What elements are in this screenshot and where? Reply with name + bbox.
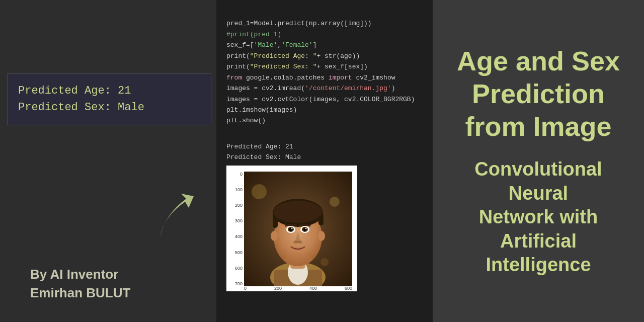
author-text: By AI Inventor Emirhan BULUT <box>30 265 130 302</box>
subtitle: Convolutional Neural Network with Artifi… <box>474 157 602 277</box>
prediction-box: Predicted Age: 21 Predicted Sex: Male <box>8 73 211 125</box>
arrow-icon <box>151 184 201 244</box>
svg-point-3 <box>320 258 329 266</box>
svg-point-24 <box>271 231 278 241</box>
svg-point-25 <box>318 231 325 241</box>
svg-point-2 <box>330 197 340 207</box>
svg-point-22 <box>297 240 302 244</box>
plot-x-axis: 0 200 400 600 <box>244 285 352 291</box>
prediction-age: Predicted Age: 21 <box>18 83 201 99</box>
svg-point-12 <box>274 201 322 223</box>
output-sex: Predicted Sex: Male <box>226 152 423 163</box>
plot-image-area <box>244 172 352 286</box>
output-section: Predicted Age: 21 Predicted Sex: Male <box>226 142 423 163</box>
svg-point-19 <box>291 227 293 229</box>
svg-point-20 <box>305 227 307 229</box>
main-title: Age and Sex Prediction from Image <box>457 45 620 142</box>
left-panel: Predicted Age: 21 Predicted Sex: Male By… <box>0 0 216 322</box>
plot-container: 0 100 200 300 400 500 600 700 <box>226 166 357 291</box>
code-block: pred_1=Model.predict(np.array([img])) #p… <box>226 8 423 137</box>
plot-y-axis: 0 100 200 300 400 500 600 700 <box>226 172 244 286</box>
output-age: Predicted Age: 21 <box>226 142 423 152</box>
svg-point-1 <box>252 184 267 199</box>
right-panel: Age and Sex Prediction from Image Convol… <box>433 0 644 322</box>
prediction-sex: Predicted Sex: Male <box>18 99 201 116</box>
middle-panel: pred_1=Model.predict(np.array([img])) #p… <box>216 0 433 322</box>
svg-point-23 <box>284 254 312 266</box>
